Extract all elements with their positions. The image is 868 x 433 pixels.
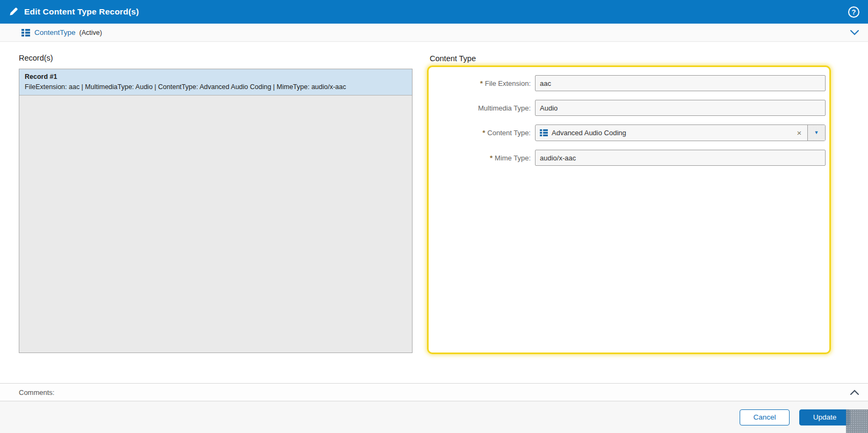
chevron-down-icon[interactable] <box>850 30 859 35</box>
file-extension-row: *File Extension: <box>432 75 826 91</box>
entity-header-bar[interactable]: ContentType (Active) <box>0 24 868 42</box>
multimedia-type-input[interactable] <box>535 100 826 116</box>
content-type-form: *File Extension: Multimedia Type: *Conte… <box>427 65 831 354</box>
update-button[interactable]: Update <box>799 409 850 425</box>
required-marker: * <box>480 79 483 87</box>
corner-overlay-artifact <box>846 409 868 433</box>
dropdown-button[interactable]: ▼ <box>807 125 825 141</box>
mime-type-row: *Mime Type: <box>432 150 826 166</box>
file-extension-label: *File Extension: <box>432 79 531 87</box>
dropdown-arrow-icon: ▼ <box>814 130 819 135</box>
comments-label: Comments: <box>19 388 54 397</box>
multimedia-type-label: Multimedia Type: <box>432 104 531 112</box>
record-list-item-selected[interactable]: Record #1 FileExtension: aac | Multimedi… <box>19 69 412 96</box>
dialog-titlebar: Edit Content Type Record(s) ? <box>0 0 868 24</box>
entity-status-badge: (Active) <box>79 29 102 36</box>
table-icon <box>21 29 30 36</box>
edit-pencil-icon <box>9 7 18 17</box>
help-icon[interactable]: ? <box>848 6 859 18</box>
chevron-up-icon[interactable] <box>850 390 859 395</box>
table-icon <box>540 129 548 136</box>
form-panel-heading: Content Type <box>430 54 476 63</box>
dialog-title: Edit Content Type Record(s) <box>24 7 139 17</box>
dialog-footer: Cancel Update <box>0 401 868 433</box>
required-marker: * <box>482 129 485 137</box>
comments-section-bar[interactable]: Comments: <box>0 383 868 401</box>
entity-name: ContentType <box>34 28 76 36</box>
dialog-body: Record(s) Record #1 FileExtension: aac |… <box>0 42 868 383</box>
mime-type-label: *Mime Type: <box>432 154 531 162</box>
record-title: Record #1 <box>25 72 407 82</box>
clear-icon[interactable]: × <box>791 125 807 141</box>
required-marker: * <box>490 154 493 162</box>
record-list[interactable]: Record #1 FileExtension: aac | Multimedi… <box>19 69 413 353</box>
record-summary: FileExtension: aac | MultimediaType: Aud… <box>25 82 407 92</box>
content-type-lookup[interactable]: Advanced Audio Coding × ▼ <box>535 124 826 141</box>
multimedia-type-row: Multimedia Type: <box>432 100 826 116</box>
mime-type-input[interactable] <box>535 150 826 166</box>
cancel-button[interactable]: Cancel <box>740 409 790 425</box>
content-type-label: *Content Type: <box>432 129 531 137</box>
file-extension-input[interactable] <box>535 75 826 91</box>
content-type-lookup-value[interactable]: Advanced Audio Coding <box>536 125 791 141</box>
records-panel-heading: Record(s) <box>19 54 53 62</box>
content-type-row: *Content Type: <box>432 124 826 141</box>
content-type-value: Advanced Audio Coding <box>552 129 626 137</box>
